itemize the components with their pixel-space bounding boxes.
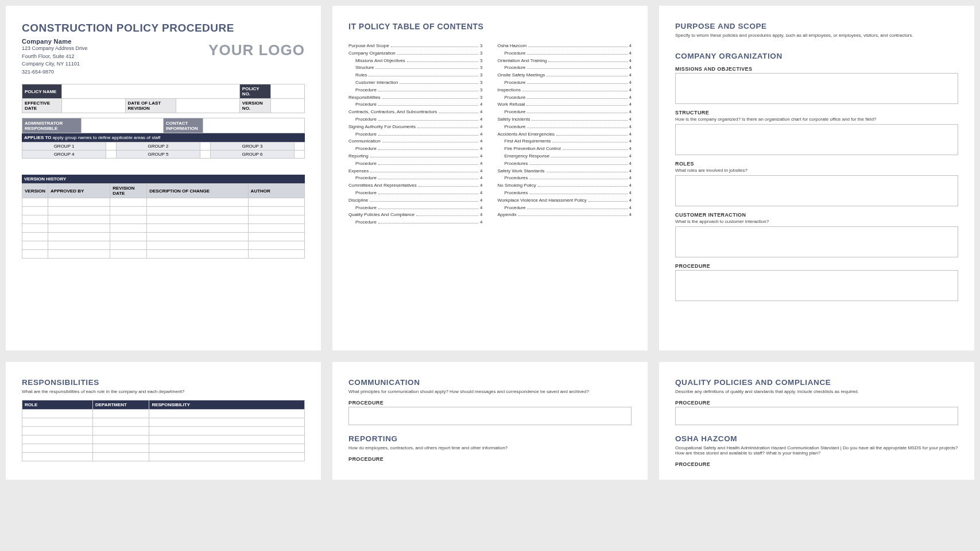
- field-procedure[interactable]: [675, 270, 958, 301]
- responsibilities-table: ROLE DEPARTMENT RESPONSIBILITY: [22, 400, 305, 461]
- toc-entry[interactable]: Reporting4: [348, 153, 483, 160]
- toc-entry[interactable]: Safety Work Standards4: [498, 168, 632, 175]
- vh-col-version: VERSION: [22, 184, 48, 198]
- toc-entry[interactable]: Quality Policies And Compliance4: [348, 211, 483, 219]
- toc-entry[interactable]: Company Organization3: [348, 50, 483, 57]
- label-contact: CONTACT INFORMATION: [163, 118, 203, 133]
- toc-entry[interactable]: Work Refusal4: [498, 101, 632, 109]
- toc-entry[interactable]: Osha Hazcom4: [498, 43, 632, 50]
- toc-entry[interactable]: Discipline4: [348, 197, 483, 205]
- field-missions[interactable]: [675, 73, 958, 104]
- toc-entry[interactable]: Procedure4: [348, 190, 483, 197]
- toc-entry[interactable]: Missions And Objectives3: [348, 57, 483, 65]
- page-3: PURPOSE AND SCOPE Specify to whom these …: [659, 6, 974, 350]
- vh-col-approved: APPROVED BY: [48, 184, 110, 198]
- toc-entry[interactable]: Procedures4: [498, 160, 632, 168]
- page-1: CONSTRUCTION POLICY PROCEDURE Company Na…: [6, 6, 321, 350]
- version-history-table: VERSION APPROVED BY REVISION DATE DESCRI…: [22, 183, 305, 259]
- field-custint[interactable]: [675, 226, 958, 257]
- toc-entry[interactable]: Structure3: [348, 64, 483, 72]
- sub-custint: CUSTOMER INTERACTION: [675, 212, 958, 218]
- toc-entry[interactable]: Responsibilities3: [348, 94, 483, 102]
- toc-entry[interactable]: Orientation And Training4: [498, 57, 632, 65]
- policy-meta-table: POLICY NAME POLICY NO. EFFECTIVE DATE DA…: [22, 84, 305, 113]
- field-contact[interactable]: [203, 118, 304, 133]
- label-last-rev: DATE OF LAST REVISION: [125, 99, 176, 113]
- field-version-no[interactable]: [270, 99, 304, 113]
- toc-entry[interactable]: Procedure4: [348, 160, 483, 168]
- toc-entry[interactable]: Procedure4: [498, 64, 632, 72]
- toc-entry[interactable]: Roles3: [348, 72, 483, 79]
- toc-col-left: Purpose And Scope3Company Organization3M…: [348, 43, 483, 226]
- field-structure[interactable]: [675, 124, 958, 155]
- sub-osha-procedure: PROCEDURE: [675, 461, 958, 467]
- label-policy-name: POLICY NAME: [22, 84, 62, 99]
- toc-entry[interactable]: Procedure4: [498, 124, 632, 131]
- sub-roles: ROLES: [675, 161, 958, 167]
- toc-entry[interactable]: Procedure4: [348, 205, 483, 212]
- toc-entry[interactable]: No Smoking Policy4: [498, 182, 632, 190]
- label-policy-no: POLICY NO.: [239, 84, 270, 99]
- group-5[interactable]: GROUP 5: [116, 151, 200, 159]
- toc-entry[interactable]: Procedure3: [348, 87, 483, 94]
- toc-entry[interactable]: Appendix4: [498, 211, 632, 219]
- toc-entry[interactable]: Communication4: [348, 138, 483, 145]
- toc-entry[interactable]: Onsite Safety Meetings4: [498, 72, 632, 79]
- sec-company-org: COMPANY ORGANIZATION: [675, 52, 958, 60]
- toc-entry[interactable]: Inspections4: [498, 87, 632, 94]
- toc-entry[interactable]: Committees And Representatives4: [348, 182, 483, 190]
- toc-entry[interactable]: Procedure4: [348, 116, 483, 124]
- page-5: COMMUNICATION What principles for commun…: [332, 362, 648, 480]
- toc-entry[interactable]: Customer Interaction3: [348, 79, 483, 87]
- field-comm-procedure[interactable]: [348, 407, 632, 425]
- toc-entry[interactable]: Procedure4: [348, 219, 483, 226]
- toc-entry[interactable]: Contracts, Contractors, And Subcontracto…: [348, 109, 483, 116]
- group-1[interactable]: GROUP 1: [22, 142, 106, 151]
- group-2[interactable]: GROUP 2: [116, 142, 200, 151]
- toc-entry[interactable]: Signing Authority For Documents4: [348, 124, 483, 131]
- toc-entry[interactable]: Procedure4: [348, 175, 483, 182]
- field-policy-name[interactable]: [61, 84, 239, 99]
- sub-roles-desc: What roles are involved in jobsites?: [675, 168, 958, 173]
- field-last-rev[interactable]: [176, 99, 240, 113]
- toc-entry[interactable]: Accidents And Emergencies4: [498, 131, 632, 138]
- vh-col-desc: DESCRIPTION OF CHANGE: [147, 184, 248, 198]
- sec-quality: QUALITY POLICIES AND COMPLIANCE: [675, 378, 958, 387]
- toc-entry[interactable]: Expenses4: [348, 168, 483, 175]
- toc-entry[interactable]: Emergency Response4: [498, 153, 632, 160]
- sec-reporting: REPORTING: [348, 434, 632, 443]
- toc-entry[interactable]: Procedure4: [498, 79, 632, 87]
- toc-entry[interactable]: Procedures4: [498, 175, 632, 182]
- toc-entry[interactable]: Procedure4: [498, 50, 632, 57]
- vh-col-revdate: REVISION DATE: [110, 184, 147, 198]
- toc-entry[interactable]: Procedure4: [498, 205, 632, 212]
- toc-entry[interactable]: Procedure4: [498, 94, 632, 102]
- toc-entry[interactable]: Procedure4: [348, 145, 483, 153]
- sec-quality-desc: Describe any definitions of quality and …: [675, 389, 958, 394]
- field-policy-no[interactable]: [270, 84, 304, 99]
- field-effective-date[interactable]: [61, 99, 125, 113]
- field-quality-procedure[interactable]: [675, 407, 958, 425]
- resp-col-role: ROLE: [22, 400, 93, 410]
- field-roles[interactable]: [675, 175, 958, 206]
- toc-entry[interactable]: Purpose And Scope3: [348, 43, 483, 50]
- sub-structure: STRUCTURE: [675, 110, 958, 115]
- toc-entry[interactable]: Safety Incidents4: [498, 116, 632, 124]
- sub-missions: MISSIONS AND OBJECTIVES: [675, 66, 958, 72]
- doc-title: CONSTRUCTION POLICY PROCEDURE: [22, 22, 305, 34]
- label-applies-to: APPLIES TO: [24, 135, 51, 140]
- sub-structure-desc: How is the company organized? Is there a…: [675, 117, 958, 122]
- group-3[interactable]: GROUP 3: [210, 142, 294, 151]
- group-6[interactable]: GROUP 6: [210, 151, 294, 159]
- field-admin[interactable]: [82, 118, 164, 133]
- toc-entry[interactable]: Procedures4: [498, 190, 632, 197]
- toc-entry[interactable]: Fire Prevention And Control4: [498, 145, 632, 153]
- toc-entry[interactable]: First Aid Requirements4: [498, 138, 632, 145]
- sec-osha: OSHA HAZCOM: [675, 434, 958, 443]
- toc-entry[interactable]: Procedure4: [348, 101, 483, 109]
- toc-entry[interactable]: Procedure4: [348, 131, 483, 138]
- toc-entry[interactable]: Procedure4: [498, 109, 632, 116]
- group-4[interactable]: GROUP 4: [22, 151, 106, 159]
- toc-entry[interactable]: Workplace Violence And Harassment Policy…: [498, 197, 632, 205]
- resp-col-dept: DEPARTMENT: [93, 400, 149, 410]
